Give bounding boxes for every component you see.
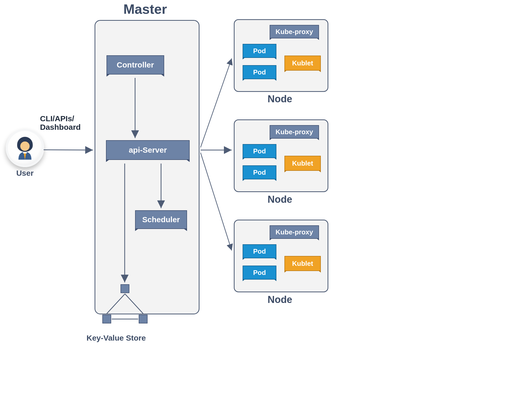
scheduler-box: Scheduler <box>135 210 187 229</box>
svg-rect-1 <box>23 152 27 153</box>
scheduler-label: Scheduler <box>142 215 180 224</box>
svg-point-0 <box>20 141 30 151</box>
controller-label: Controller <box>117 60 154 69</box>
pod-label: Pod <box>253 269 266 277</box>
pod-box: Pod <box>243 44 276 58</box>
node-label: Node <box>268 194 292 205</box>
kv-store-label: Key-Value Store <box>87 334 146 342</box>
pod-box: Pod <box>243 65 276 79</box>
kv-node-icon <box>139 315 148 323</box>
kube-proxy-box: Kube-proxy <box>270 125 319 139</box>
kublet-label: Kublet <box>292 59 313 67</box>
pod-label: Pod <box>253 147 266 155</box>
person-icon <box>13 136 37 160</box>
pod-label: Pod <box>253 247 266 255</box>
master-title: Master <box>123 1 167 17</box>
pod-box: Pod <box>243 165 276 179</box>
pod-box: Pod <box>243 266 276 280</box>
pod-label: Pod <box>253 168 266 177</box>
kube-proxy-box: Kube-proxy <box>270 25 319 38</box>
kublet-label: Kublet <box>292 159 313 167</box>
api-server-label: api-Server <box>129 146 167 154</box>
kublet-box: Kublet <box>284 256 321 271</box>
pod-box: Pod <box>243 144 276 158</box>
node-label: Node <box>268 294 292 305</box>
user-avatar-icon <box>6 129 44 167</box>
pod-box: Pod <box>243 244 276 258</box>
kublet-box: Kublet <box>284 56 321 71</box>
kube-proxy-label: Kube-proxy <box>276 28 313 36</box>
node-label: Node <box>268 93 292 105</box>
svg-line-11 <box>201 153 232 251</box>
kube-proxy-label: Kube-proxy <box>276 128 313 136</box>
kublet-box: Kublet <box>284 156 321 171</box>
kube-proxy-box: Kube-proxy <box>270 225 319 239</box>
svg-line-2 <box>44 150 93 150</box>
controller-box: Controller <box>107 55 164 75</box>
api-server-box: api-Server <box>106 140 190 160</box>
kube-proxy-label: Kube-proxy <box>276 228 313 236</box>
kv-node-icon <box>102 315 111 323</box>
user-block: User <box>4 129 46 181</box>
pod-label: Pod <box>253 47 266 55</box>
conn-line1: CLI/APIs/ <box>40 114 81 123</box>
diagram-canvas: Master Controller api-Server Scheduler U… <box>0 0 532 399</box>
svg-line-10 <box>201 58 232 147</box>
user-label: User <box>4 169 46 178</box>
kublet-label: Kublet <box>292 260 313 268</box>
kv-node-icon <box>121 284 129 293</box>
conn-line2: Dashboard <box>40 123 81 131</box>
connection-label: CLI/APIs/ Dashboard <box>40 114 81 131</box>
pod-label: Pod <box>253 68 266 76</box>
